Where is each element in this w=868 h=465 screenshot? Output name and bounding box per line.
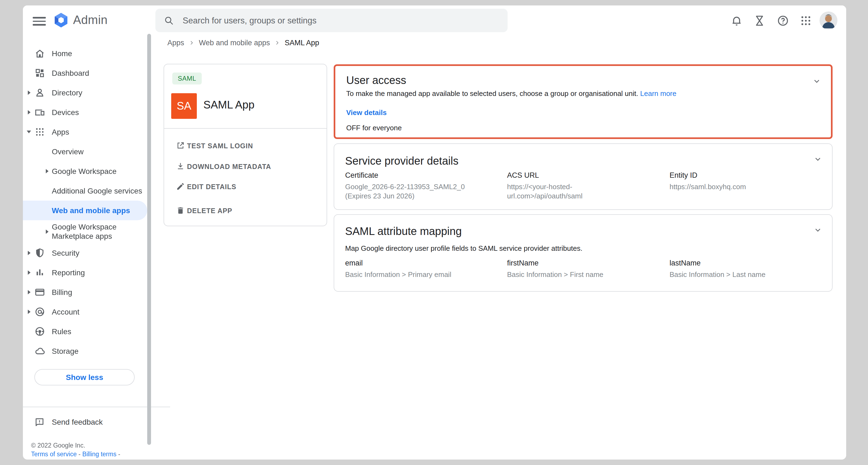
bar-chart-icon	[34, 267, 45, 278]
screen: Admin	[0, 0, 868, 465]
sidebar-item-label: Additional Google services	[52, 186, 142, 195]
action-label: DOWNLOAD METADATA	[187, 163, 271, 170]
test-saml-login-button[interactable]: TEST SAML LOGIN	[164, 140, 327, 152]
expand-right-icon[interactable]	[28, 110, 31, 115]
field-value: Google_2026-6-22-113953_SAML2_0 (Expires…	[345, 182, 482, 200]
expand-right-icon[interactable]	[28, 310, 31, 314]
menu-button[interactable]	[33, 15, 46, 27]
user-access-status: OFF for everyone	[346, 124, 402, 132]
help-button[interactable]	[777, 15, 789, 27]
footer-separator: -	[76, 451, 82, 457]
menu-icon	[33, 17, 46, 18]
sidebar-item-google-workspace[interactable]: Google Workspace	[23, 161, 147, 181]
sidebar-item-label: Apps	[52, 127, 69, 136]
field-value: Basic Information > First name	[507, 270, 670, 279]
field-first-name: firstName Basic Information > First name	[507, 259, 670, 279]
service-provider-fields: Certificate Google_2026-6-22-113953_SAML…	[345, 171, 822, 200]
sidebar-item-billing[interactable]: Billing	[23, 282, 147, 302]
open-in-new-icon	[176, 141, 185, 150]
chevron-right-icon	[275, 40, 280, 45]
view-details-link[interactable]: View details	[346, 108, 386, 117]
delete-app-button[interactable]: DELETE APP	[164, 205, 327, 217]
send-feedback-button[interactable]: Send feedback	[23, 412, 147, 432]
copyright-text: © 2022 Google Inc.	[31, 441, 120, 450]
sidebar-item-label: Dashboard	[52, 68, 89, 78]
sidebar-item-directory[interactable]: Directory	[23, 83, 147, 102]
expand-right-icon[interactable]	[28, 290, 31, 294]
sidebar-item-storage[interactable]: Storage	[23, 341, 147, 361]
breadcrumb-item-web-and-mobile-apps[interactable]: Web and mobile apps	[199, 39, 270, 47]
sidebar-item-apps[interactable]: Apps	[23, 122, 147, 142]
admin-console-window: Admin	[23, 5, 846, 460]
collapse-button[interactable]	[812, 77, 821, 88]
sidebar-item-dashboard[interactable]: Dashboard	[23, 63, 147, 83]
expand-right-icon[interactable]	[28, 270, 31, 275]
sidebar-item-label: Google Workspace	[52, 166, 117, 176]
sidebar-item-rules[interactable]: Rules	[23, 322, 147, 341]
notifications-button[interactable]	[731, 15, 743, 27]
collapse-button[interactable]	[813, 226, 822, 237]
app-name-title: SAML App	[204, 99, 255, 111]
sidebar-item-overview[interactable]: Overview	[23, 142, 147, 161]
field-value: Basic Information > Primary email	[345, 270, 507, 279]
field-label: email	[345, 259, 507, 267]
footer-separator: -	[116, 451, 120, 457]
sidebar-item-additional-google-services[interactable]: Additional Google services	[23, 181, 147, 200]
show-less-button[interactable]: Show less	[34, 369, 135, 385]
attribute-mapping-description: Map Google directory user profile fields…	[345, 244, 582, 253]
action-label: TEST SAML LOGIN	[187, 142, 253, 150]
search-bar[interactable]	[155, 9, 507, 32]
pencil-icon	[176, 182, 185, 191]
download-metadata-button[interactable]: DOWNLOAD METADATA	[164, 161, 327, 173]
field-label: lastName	[670, 259, 822, 267]
dashboard-icon	[34, 68, 45, 79]
expand-right-icon[interactable]	[28, 91, 31, 95]
avatar[interactable]	[819, 11, 837, 29]
sidebar-item-home[interactable]: Home	[23, 43, 147, 63]
admin-hexagon-icon	[52, 11, 70, 29]
edit-details-button[interactable]: EDIT DETAILS	[164, 181, 327, 193]
sidebar-item-marketplace-apps[interactable]: Google Workspace Marketplace apps	[23, 220, 147, 243]
bell-icon	[731, 15, 743, 27]
help-icon	[777, 15, 789, 27]
person-icon	[34, 87, 45, 98]
send-feedback-label: Send feedback	[52, 417, 103, 427]
terms-of-service-link[interactable]: Terms of service	[31, 451, 76, 457]
divider	[164, 128, 327, 129]
sidebar-item-reporting[interactable]: Reporting	[23, 263, 147, 282]
service-provider-card: Service provider details Certificate Goo…	[334, 143, 833, 210]
expand-right-icon[interactable]	[28, 251, 31, 255]
google-apps-button[interactable]	[800, 15, 812, 27]
sidebar-item-label: Security	[52, 248, 79, 257]
field-last-name: lastName Basic Information > Last name	[670, 259, 822, 279]
devices-icon	[34, 107, 45, 118]
attribute-mapping-fields: email Basic Information > Primary email …	[345, 259, 822, 279]
user-access-title: User access	[346, 74, 406, 87]
sidebar-item-security[interactable]: Security	[23, 243, 147, 263]
sidebar-item-label: Devices	[52, 108, 79, 117]
sidebar-item-label: Directory	[52, 88, 82, 97]
breadcrumb-item-apps[interactable]: Apps	[167, 39, 184, 47]
billing-terms-link[interactable]: Billing terms	[82, 451, 116, 457]
sidebar-item-account[interactable]: Account	[23, 302, 147, 322]
top-bar: Admin	[23, 5, 846, 36]
collapse-button[interactable]	[813, 155, 822, 166]
learn-more-link[interactable]: Learn more	[640, 89, 676, 98]
sidebar-footer: © 2022 Google Inc. Terms of service - Bi…	[31, 441, 120, 459]
app-summary-card: SAML SA SAML App TEST SAML LOGIN DOWNLOA…	[163, 64, 327, 226]
user-access-description: To make the managed app available to sel…	[346, 89, 676, 98]
app-title: Admin	[73, 13, 108, 27]
app-tile-initials: SA	[177, 100, 191, 112]
cloud-icon	[34, 346, 45, 356]
sidebar-item-devices[interactable]: Devices	[23, 102, 147, 122]
sidebar-item-web-and-mobile-apps[interactable]: Web and mobile apps	[23, 200, 147, 220]
search-input[interactable]	[182, 15, 499, 26]
expand-down-icon[interactable]	[27, 130, 31, 133]
chevron-down-icon	[812, 77, 821, 86]
sidebar-scrollbar[interactable]	[147, 34, 151, 445]
expand-right-icon[interactable]	[46, 229, 49, 234]
tasks-button[interactable]	[753, 15, 766, 27]
user-access-card: User access To make the managed app avai…	[334, 64, 833, 139]
at-sign-icon	[34, 306, 45, 317]
expand-right-icon[interactable]	[46, 169, 49, 173]
